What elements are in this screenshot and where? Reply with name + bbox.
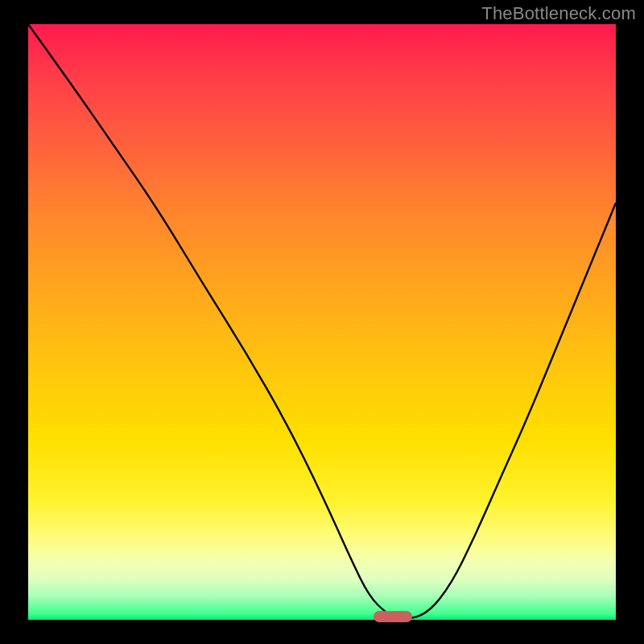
bottleneck-curve-path [28,24,616,618]
optimal-marker [374,611,412,622]
chart-frame: TheBottleneck.com [0,0,644,644]
curve-layer [28,24,616,620]
watermark-text: TheBottleneck.com [481,3,636,24]
plot-area [28,24,616,620]
